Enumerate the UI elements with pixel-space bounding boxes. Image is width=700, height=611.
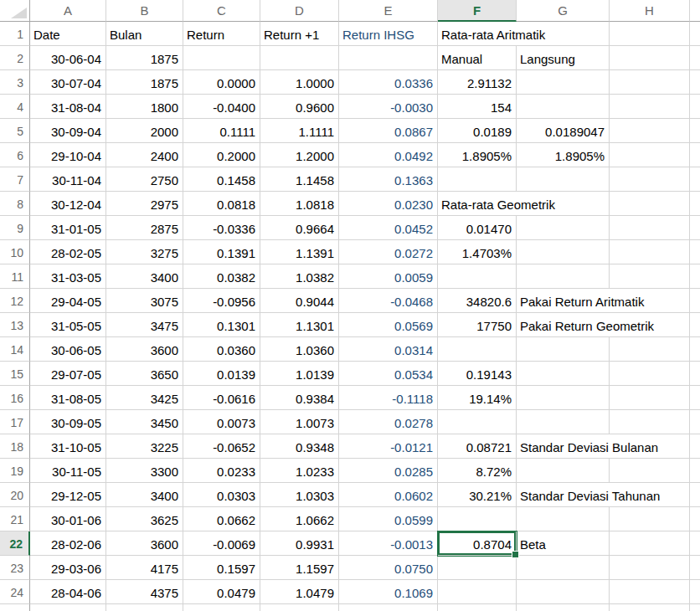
cell-B5[interactable]: 2000: [106, 119, 183, 143]
cell-I24[interactable]: [690, 580, 700, 604]
cell-D5[interactable]: 1.1111: [260, 119, 339, 143]
cell-C7[interactable]: 0.1458: [183, 167, 260, 192]
cell-G5[interactable]: 0.0189047: [517, 119, 610, 143]
cell-I1[interactable]: [690, 22, 700, 46]
cell-I12[interactable]: [690, 289, 700, 313]
cell-G22[interactable]: Beta: [517, 531, 610, 556]
cell-C17[interactable]: 0.0073: [183, 410, 260, 434]
cell-C13[interactable]: 0.1301: [183, 313, 260, 337]
cell-C10[interactable]: 0.1391: [183, 240, 260, 264]
cell-G25[interactable]: [517, 604, 610, 611]
cell-I4[interactable]: [690, 95, 700, 119]
cell-F16[interactable]: 19.14%: [438, 386, 517, 410]
cell-C16[interactable]: -0.0616: [183, 386, 260, 410]
cell-I11[interactable]: [690, 264, 700, 289]
cell-F2[interactable]: Manual: [438, 46, 517, 70]
cell-G20[interactable]: Standar Deviasi Tahunan: [517, 483, 610, 507]
cell-C20[interactable]: 0.0303: [183, 483, 260, 507]
cell-B1[interactable]: Bulan: [106, 22, 183, 46]
cell-G4[interactable]: [517, 95, 610, 119]
cell-I25[interactable]: [690, 604, 700, 611]
cell-D17[interactable]: 1.0073: [260, 410, 339, 434]
row-header-25-partial[interactable]: [0, 604, 30, 611]
row-header-8[interactable]: 8: [0, 192, 30, 216]
cell-A25[interactable]: [30, 604, 106, 611]
cell-A12[interactable]: 29-04-05: [30, 289, 106, 313]
cell-A22[interactable]: 28-02-06: [30, 531, 106, 556]
cell-F24[interactable]: [438, 580, 517, 604]
cell-B7[interactable]: 2750: [106, 167, 183, 192]
cell-A3[interactable]: 30-07-04: [30, 70, 106, 95]
cell-E23[interactable]: 0.0750: [339, 556, 438, 580]
cell-F9[interactable]: 0.01470: [438, 216, 517, 240]
cell-I18[interactable]: [690, 434, 700, 459]
cell-D1[interactable]: Return +1: [260, 22, 339, 46]
row-header-15[interactable]: 15: [0, 362, 30, 386]
cell-C19[interactable]: 0.0233: [183, 459, 260, 483]
cell-E17[interactable]: 0.0278: [339, 410, 438, 434]
row-header-4[interactable]: 4: [0, 95, 30, 119]
cell-I7[interactable]: [690, 167, 700, 192]
cell-D22[interactable]: 0.9931: [260, 531, 339, 556]
cell-G17[interactable]: [517, 410, 610, 434]
cell-D6[interactable]: 1.2000: [260, 143, 339, 167]
cell-I15[interactable]: [690, 362, 700, 386]
row-header-23[interactable]: 23: [0, 556, 30, 580]
cell-A9[interactable]: 31-01-05: [30, 216, 106, 240]
col-header-A[interactable]: A: [30, 0, 106, 22]
cell-A24[interactable]: 28-04-06: [30, 580, 106, 604]
cell-H24[interactable]: [610, 580, 690, 604]
cell-E3[interactable]: 0.0336: [339, 70, 438, 95]
cell-C11[interactable]: 0.0382: [183, 264, 260, 289]
cell-H16[interactable]: [610, 386, 690, 410]
cell-F23[interactable]: [438, 556, 517, 580]
cell-D15[interactable]: 1.0139: [260, 362, 339, 386]
cell-H23[interactable]: [610, 556, 690, 580]
cell-C24[interactable]: 0.0479: [183, 580, 260, 604]
cell-B15[interactable]: 3650: [106, 362, 183, 386]
cell-G16[interactable]: [517, 386, 610, 410]
cell-H19[interactable]: [610, 459, 690, 483]
cell-A23[interactable]: 29-03-06: [30, 556, 106, 580]
cell-G15[interactable]: [517, 362, 610, 386]
cell-E20[interactable]: 0.0602: [339, 483, 438, 507]
cell-D19[interactable]: 1.0233: [260, 459, 339, 483]
cell-A14[interactable]: 30-06-05: [30, 337, 106, 362]
cell-A6[interactable]: 29-10-04: [30, 143, 106, 167]
cell-F10[interactable]: 1.4703%: [438, 240, 517, 264]
cell-F15[interactable]: 0.19143: [438, 362, 517, 386]
cell-D16[interactable]: 0.9384: [260, 386, 339, 410]
cell-D20[interactable]: 1.0303: [260, 483, 339, 507]
cell-I19[interactable]: [690, 459, 700, 483]
cell-B21[interactable]: 3625: [106, 507, 183, 531]
cell-A4[interactable]: 31-08-04: [30, 95, 106, 119]
cell-C14[interactable]: 0.0360: [183, 337, 260, 362]
cell-C2[interactable]: [183, 46, 260, 70]
cell-F19[interactable]: 8.72%: [438, 459, 517, 483]
cell-G11[interactable]: [517, 264, 610, 289]
cell-D11[interactable]: 1.0382: [260, 264, 339, 289]
cell-E6[interactable]: 0.0492: [339, 143, 438, 167]
cell-C3[interactable]: 0.0000: [183, 70, 260, 95]
cell-F13[interactable]: 17750: [438, 313, 517, 337]
cell-D14[interactable]: 1.0360: [260, 337, 339, 362]
cell-C5[interactable]: 0.1111: [183, 119, 260, 143]
col-header-D[interactable]: D: [260, 0, 339, 22]
cell-I3[interactable]: [690, 70, 700, 95]
cell-G2[interactable]: Langsung: [517, 46, 610, 70]
row-header-24[interactable]: 24: [0, 580, 30, 604]
cell-C12[interactable]: -0.0956: [183, 289, 260, 313]
col-header-G[interactable]: G: [517, 0, 610, 22]
cell-H9[interactable]: [610, 216, 690, 240]
cell-D25[interactable]: [260, 604, 339, 611]
cell-B8[interactable]: 2975: [106, 192, 183, 216]
cell-D12[interactable]: 0.9044: [260, 289, 339, 313]
cell-H21[interactable]: [610, 507, 690, 531]
cell-H7[interactable]: [610, 167, 690, 192]
cell-G18[interactable]: Standar Deviasi Bulanan: [517, 434, 610, 459]
cell-A15[interactable]: 29-07-05: [30, 362, 106, 386]
cell-A10[interactable]: 28-02-05: [30, 240, 106, 264]
cell-F18[interactable]: 0.08721: [438, 434, 517, 459]
cell-A18[interactable]: 31-10-05: [30, 434, 106, 459]
cell-H2[interactable]: [610, 46, 690, 70]
